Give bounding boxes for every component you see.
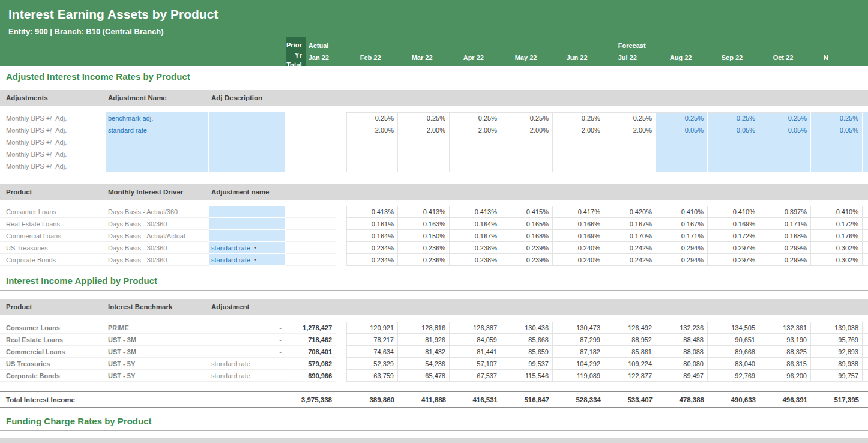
rate-cell: 0.413% <box>450 206 501 218</box>
forecast-value-input[interactable] <box>759 136 811 148</box>
rate-cell: 0.168% <box>501 230 553 242</box>
forecast-value-input[interactable]: 0.05% <box>656 124 708 136</box>
rate-cell: 0.238% <box>450 254 501 266</box>
income-cell: 128,816 <box>398 322 450 334</box>
period-group-label <box>515 42 564 52</box>
rate-cell: 0.302% <box>811 242 863 254</box>
adjustment-name-input[interactable]: standard rate <box>106 124 209 136</box>
adjustment-type-label: Monthly BPS +/- Adj. <box>0 112 106 124</box>
adjustment-name-input[interactable]: benchmark adj. <box>106 112 209 124</box>
adjustment-select[interactable]: standard rate ▾ <box>209 254 286 266</box>
income-cell: 85,861 <box>604 346 656 358</box>
adjustment-description-input[interactable] <box>209 112 286 124</box>
header-banner: Interest Earning Assets by Product Entit… <box>0 0 868 66</box>
prior-year-total-cell: 718,462 <box>286 334 336 346</box>
adjustment-select[interactable] <box>209 206 286 218</box>
rate-cell: 0.294% <box>656 254 708 266</box>
adjustment-select[interactable] <box>209 230 286 242</box>
forecast-value-input[interactable] <box>656 148 708 160</box>
income-adjustment-label: - <box>209 334 286 346</box>
forecast-value-input[interactable] <box>759 148 811 160</box>
month-column-header: Feb 22 <box>357 37 409 66</box>
rate-cell: 0.171% <box>656 230 708 242</box>
clipped-cell <box>863 206 868 218</box>
month-label: Jul 22 <box>618 54 667 62</box>
income-cell: 88,952 <box>604 334 656 346</box>
col-header-adjustment-name: Adjustment Name <box>106 94 209 101</box>
rate-cell: 0.410% <box>811 206 863 218</box>
adjustment-type-label: Monthly BPS +/- Adj. <box>0 124 106 136</box>
adjustment-name-input[interactable] <box>106 148 209 160</box>
clipped-cell <box>863 322 868 334</box>
forecast-value-input[interactable]: 0.05% <box>811 124 863 136</box>
adjustment-description-input[interactable] <box>209 160 286 172</box>
forecast-value-input[interactable] <box>708 160 759 172</box>
forecast-value-input[interactable] <box>656 160 708 172</box>
month-label: Jan 22 <box>309 54 357 62</box>
rate-cell: 0.150% <box>398 230 450 242</box>
clipped-cell <box>863 112 868 124</box>
adjustment-name-input[interactable] <box>106 160 209 172</box>
actual-value-cell <box>346 136 398 148</box>
rate-cell: 0.242% <box>604 254 656 266</box>
total-month-cell: 411,888 <box>398 396 450 403</box>
clipped-cell <box>863 254 868 266</box>
rate-cell: 0.242% <box>604 242 656 254</box>
income-cell: 92,893 <box>811 346 863 358</box>
adjustment-description-input[interactable] <box>209 148 286 160</box>
adjustment-row: Monthly BPS +/- Adj. benchmark adj. 0.25… <box>0 112 868 124</box>
month-column-header: Jun 22 <box>564 37 615 66</box>
forecast-value-input[interactable] <box>811 136 863 148</box>
actual-value-cell: 2.00% <box>346 124 398 136</box>
forecast-value-input[interactable]: 0.25% <box>708 112 759 124</box>
forecast-value-input[interactable]: 0.05% <box>708 124 759 136</box>
prior-year-cell <box>286 206 336 218</box>
forecast-value-input[interactable] <box>708 136 759 148</box>
col-header-adj-description: Adj Description <box>209 94 286 101</box>
total-month-cell: 389,860 <box>346 396 398 403</box>
adjustments-table-header: Adjustments Adjustment Name Adj Descript… <box>0 90 868 106</box>
product-label: Commercial Loans <box>0 346 106 358</box>
forecast-value-input[interactable] <box>656 136 708 148</box>
rate-cell: 0.415% <box>501 206 553 218</box>
income-cell: 88,488 <box>656 334 708 346</box>
forecast-value-input[interactable] <box>811 148 863 160</box>
income-cell: 119,089 <box>553 370 604 382</box>
adjustment-description-input[interactable] <box>209 136 286 148</box>
forecast-value-input[interactable] <box>708 148 759 160</box>
column-gap <box>336 346 346 358</box>
adjustment-select[interactable]: standard rate ▾ <box>209 242 286 254</box>
total-month-cell: 496,391 <box>759 396 811 403</box>
actual-value-cell <box>501 148 553 160</box>
adjustment-name-input[interactable] <box>106 136 209 148</box>
forecast-value-input[interactable]: 0.25% <box>811 112 863 124</box>
rate-cell: 0.168% <box>759 230 811 242</box>
interest-driver-label: Days Basis - 30/360 <box>106 254 209 266</box>
adjustment-select[interactable] <box>209 218 286 230</box>
forecast-value-input[interactable] <box>811 160 863 172</box>
page-title: Interest Earning Assets by Product <box>0 0 868 22</box>
rate-cell: 0.413% <box>398 206 450 218</box>
income-cell: 134,505 <box>708 322 759 334</box>
rate-cell: 0.410% <box>656 206 708 218</box>
income-cell: 90,651 <box>708 334 759 346</box>
period-group-label <box>722 42 770 52</box>
product-rate-row: US Treasuries Days Basis - 30/360 standa… <box>0 242 868 254</box>
prior-year-cell <box>286 218 336 230</box>
product-rate-row: Consumer Loans Days Basis - Actual/360 0… <box>0 206 868 218</box>
month-label: Mar 22 <box>412 54 460 62</box>
period-group-label <box>360 42 409 52</box>
rate-cell: 0.169% <box>553 230 604 242</box>
adjustment-description-input[interactable] <box>209 124 286 136</box>
income-cell: 81,432 <box>398 346 450 358</box>
income-cell: 132,361 <box>759 322 811 334</box>
rate-cell: 0.234% <box>346 254 398 266</box>
actual-value-cell <box>346 160 398 172</box>
income-cell: 63,759 <box>346 370 398 382</box>
forecast-value-input[interactable]: 0.05% <box>759 124 811 136</box>
product-rate-row: Corporate Bonds Days Basis - 30/360 stan… <box>0 254 868 266</box>
adjustment-row: Monthly BPS +/- Adj. <box>0 148 868 160</box>
forecast-value-input[interactable]: 0.25% <box>759 112 811 124</box>
forecast-value-input[interactable] <box>759 160 811 172</box>
forecast-value-input[interactable]: 0.25% <box>656 112 708 124</box>
